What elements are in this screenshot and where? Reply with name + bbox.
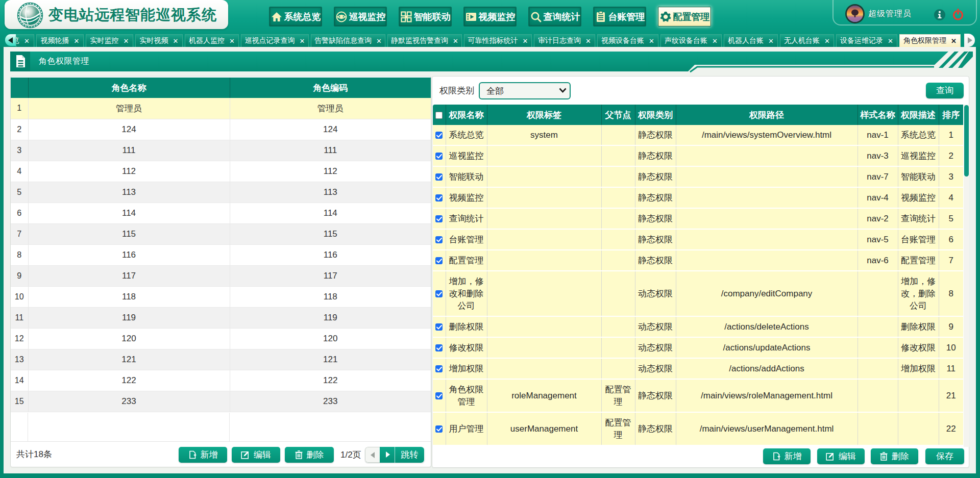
permission-row-10[interactable]: 修改权限动态权限/actions/updateActions修改权限10 xyxy=(433,337,963,358)
permission-row-4[interactable]: 视频监控静态权限nav-4视频监控4 xyxy=(433,187,963,208)
permission-row-21[interactable]: 角色权限管理roleManagement配置管理静态权限/main/views/… xyxy=(433,379,963,412)
permission-row-5[interactable]: 查询统计静态权限nav-2查询统计5 xyxy=(433,208,963,229)
close-icon[interactable]: ✕ xyxy=(124,38,129,44)
nav-item-video-monitor[interactable]: 视频监控 xyxy=(463,7,517,27)
role-row-1[interactable]: 1管理员管理员 xyxy=(11,98,431,119)
tab-drone-ledger[interactable]: 无人机台账✕ xyxy=(780,34,834,47)
info-icon[interactable] xyxy=(934,9,945,20)
permission-row-7[interactable]: 配置管理静态权限nav-6配置管理7 xyxy=(433,250,963,271)
nav-item-smart-linkage[interactable]: 智能联动 xyxy=(399,7,452,27)
permission-type-select[interactable]: 全部 xyxy=(479,82,571,99)
tab-system-overview[interactable]: 系统总览✕ xyxy=(16,34,34,47)
perm-save-button[interactable]: 保存 xyxy=(925,448,964,464)
tab-video-carousel[interactable]: 视频轮播✕ xyxy=(36,34,84,47)
role-row-4[interactable]: 4112112 xyxy=(11,161,431,182)
nav-item-query-statistics[interactable]: 查询统计 xyxy=(528,7,581,27)
close-icon[interactable]: ✕ xyxy=(74,38,80,44)
row-checkbox[interactable] xyxy=(435,392,443,399)
query-button[interactable]: 查询 xyxy=(926,83,964,98)
row-checkbox[interactable] xyxy=(435,215,443,222)
perm-add-button[interactable]: 新增 xyxy=(763,448,811,464)
row-checkbox[interactable] xyxy=(435,365,443,372)
permission-row-22[interactable]: 用户管理userManagement配置管理静态权限/main/views/us… xyxy=(433,412,963,445)
select-all-checkbox[interactable] xyxy=(435,112,443,119)
scrollbar-track[interactable] xyxy=(964,105,969,447)
permission-row-2[interactable]: 巡视监控静态权限nav-3巡视监控2 xyxy=(433,145,963,166)
perm-delete-button[interactable]: 删除 xyxy=(871,448,918,464)
permission-row-1[interactable]: 系统总览system静态权限/main/views/systemOverview… xyxy=(433,125,963,145)
avatar[interactable] xyxy=(847,6,863,22)
role-row-2[interactable]: 2124124 xyxy=(11,119,431,140)
tab-realtime-monitor[interactable]: 实时监控✕ xyxy=(86,34,133,47)
role-row-14[interactable]: 14122122 xyxy=(11,370,431,391)
role-row-9[interactable]: 9117117 xyxy=(11,265,431,286)
jump-page-button[interactable]: 跳转 xyxy=(395,447,424,463)
tab-audit-log-query[interactable]: 审计日志查询✕ xyxy=(534,34,595,47)
tab-role-permission[interactable]: 角色权限管理✕ xyxy=(899,34,961,47)
permission-row-11[interactable]: 增加权限动态权限/actions/addActions增加权限11 xyxy=(433,358,963,379)
nav-item-system-overview[interactable]: 系统总览 xyxy=(269,7,322,27)
role-add-button[interactable]: 新增 xyxy=(179,447,227,463)
close-icon[interactable]: ✕ xyxy=(585,38,591,44)
close-icon[interactable]: ✕ xyxy=(453,38,458,44)
tab-robot-monitor[interactable]: 机器人监控✕ xyxy=(185,34,239,47)
perm-edit-button[interactable]: 编辑 xyxy=(817,448,865,464)
tab-voiceprint-ledger[interactable]: 声纹设备台账✕ xyxy=(660,34,722,47)
role-row-5[interactable]: 5113113 xyxy=(11,182,431,203)
row-checkbox[interactable] xyxy=(435,173,443,181)
role-row-10[interactable]: 10118118 xyxy=(11,286,431,307)
tab-realtime-video[interactable]: 实时视频✕ xyxy=(135,34,183,47)
close-icon[interactable]: ✕ xyxy=(229,38,235,44)
tab-patrol-point-records[interactable]: 巡视点记录查询✕ xyxy=(241,34,309,47)
tab-robot-ledger[interactable]: 机器人台账✕ xyxy=(724,34,778,47)
role-row-11[interactable]: 11119119 xyxy=(11,307,431,328)
permission-row-9[interactable]: 删除权限动态权限/actions/deleteActions删除权限9 xyxy=(433,316,963,337)
close-icon[interactable]: ✕ xyxy=(523,38,528,44)
permission-row-6[interactable]: 台账管理静态权限nav-5台账管理6 xyxy=(433,229,963,250)
role-row-6[interactable]: 6114114 xyxy=(11,203,431,223)
row-checkbox[interactable] xyxy=(435,236,443,243)
close-icon[interactable]: ✕ xyxy=(712,38,718,44)
row-checkbox[interactable] xyxy=(435,425,443,433)
tab-video-device-ledger[interactable]: 视频设备台账✕ xyxy=(597,34,658,47)
close-icon[interactable]: ✕ xyxy=(173,38,179,44)
role-row-7[interactable]: 7115115 xyxy=(11,223,431,244)
nav-item-ledger-manage[interactable]: 台账管理 xyxy=(593,7,646,27)
role-row-13[interactable]: 13121121 xyxy=(11,349,431,370)
tab-alarm-defect-query[interactable]: 告警缺陷信息查询✕ xyxy=(311,34,385,47)
row-checkbox[interactable] xyxy=(435,257,443,264)
close-icon[interactable]: ✕ xyxy=(824,38,830,44)
row-checkbox[interactable] xyxy=(435,290,443,297)
nav-item-config-manage[interactable]: 配置管理 xyxy=(658,7,711,27)
row-checkbox[interactable] xyxy=(435,194,443,202)
role-row-15[interactable]: 15233233 xyxy=(11,391,431,412)
role-edit-button[interactable]: 编辑 xyxy=(232,447,280,463)
row-checkbox[interactable] xyxy=(435,344,443,351)
nav-item-patrol-monitor[interactable]: 巡视监控 xyxy=(334,7,387,27)
close-icon[interactable]: ✕ xyxy=(888,38,893,44)
permission-row-3[interactable]: 智能联动静态权限nav-7智能联动3 xyxy=(433,166,963,187)
role-row-3[interactable]: 3111111 xyxy=(11,140,431,161)
close-icon[interactable]: ✕ xyxy=(300,38,305,44)
tab-scroll-left-button[interactable] xyxy=(5,34,16,46)
role-row-12[interactable]: 12120120 xyxy=(11,328,431,349)
tab-scroll-right-button[interactable] xyxy=(964,34,975,47)
role-row-8[interactable]: 8116116 xyxy=(11,244,431,265)
tab-silent-alarm-query[interactable]: 静默监视告警查询✕ xyxy=(387,34,462,47)
scrollbar-thumb[interactable] xyxy=(964,105,969,177)
permission-row-8[interactable]: 增加，修改和删除公司动态权限/company/editCompany增加，修改，… xyxy=(433,271,963,316)
next-page-button[interactable] xyxy=(380,447,395,463)
close-icon[interactable]: ✕ xyxy=(376,38,382,44)
row-checkbox[interactable] xyxy=(435,132,443,139)
tab-device-ops-records[interactable]: 设备运维记录✕ xyxy=(836,34,897,47)
close-icon[interactable]: ✕ xyxy=(768,38,774,44)
row-checkbox[interactable] xyxy=(435,153,443,160)
power-icon[interactable] xyxy=(952,8,964,20)
close-icon[interactable]: ✕ xyxy=(649,38,654,44)
row-checkbox[interactable] xyxy=(435,323,443,331)
tab-reliability-stats[interactable]: 可靠性指标统计✕ xyxy=(464,34,532,47)
prev-page-button[interactable] xyxy=(365,447,380,463)
close-icon[interactable]: ✕ xyxy=(24,38,30,44)
close-icon[interactable]: ✕ xyxy=(951,38,957,44)
role-delete-button[interactable]: 删除 xyxy=(285,447,334,463)
